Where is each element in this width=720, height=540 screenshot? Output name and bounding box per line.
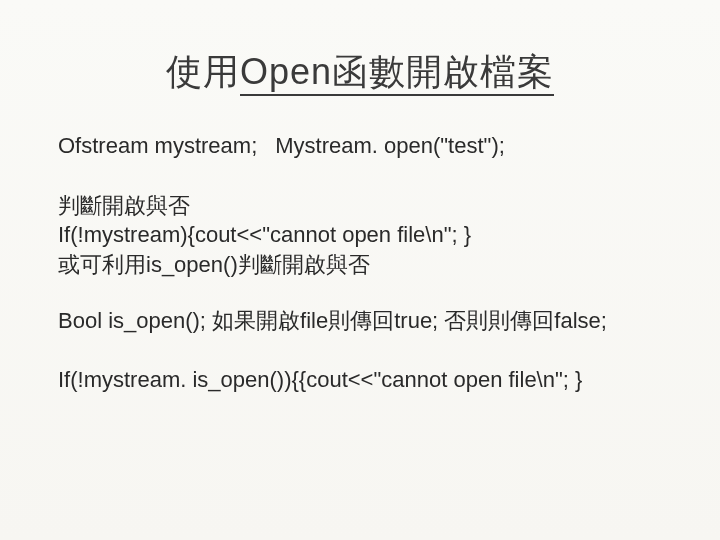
- check-heading: 判斷開啟與否: [58, 191, 662, 221]
- decl-stmt: Ofstream mystream;: [58, 133, 257, 158]
- open-stmt: Mystream. open("test");: [275, 133, 505, 158]
- slide-container: 使用Open函數開啟檔案 Ofstream mystream;Mystream.…: [0, 0, 720, 540]
- title-underlined: Open函數開啟檔案: [240, 51, 554, 96]
- check-open-block: 判斷開啟與否 If(!mystream){cout<<"cannot open …: [58, 191, 662, 280]
- check-alt: 或可利用is_open()判斷開啟與否: [58, 250, 662, 280]
- check-if-stmt: If(!mystream){cout<<"cannot open file\n"…: [58, 220, 662, 250]
- isopen-decl-line: Bool is_open(); 如果開啟file則傳回true; 否則則傳回fa…: [58, 306, 662, 336]
- isopen-if-text: If(!mystream. is_open()){{cout<<"cannot …: [58, 367, 582, 392]
- title-prefix: 使用: [166, 51, 240, 92]
- isopen-if-line: If(!mystream. is_open()){{cout<<"cannot …: [58, 365, 662, 395]
- slide-content: Ofstream mystream;Mystream. open("test")…: [58, 131, 662, 395]
- code-line-declare-open: Ofstream mystream;Mystream. open("test")…: [58, 131, 662, 161]
- isopen-text: Bool is_open(); 如果開啟file則傳回true; 否則則傳回fa…: [58, 308, 607, 333]
- slide-title: 使用Open函數開啟檔案: [58, 48, 662, 97]
